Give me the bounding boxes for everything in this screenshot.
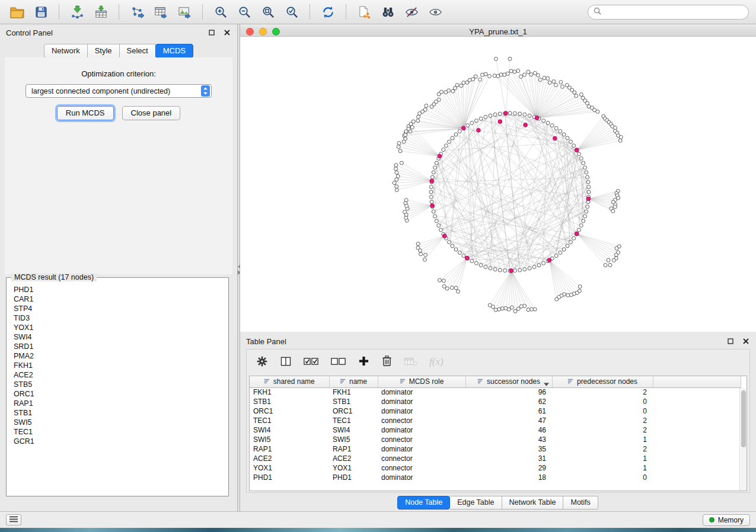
table-row[interactable]: YOX1YOX1connector291 bbox=[250, 463, 741, 473]
network-node[interactable] bbox=[423, 108, 427, 111]
network-node[interactable] bbox=[425, 104, 428, 108]
network-node[interactable] bbox=[429, 190, 433, 194]
table-row[interactable]: ORC1ORC1dominator610 bbox=[250, 406, 741, 416]
network-node[interactable] bbox=[394, 167, 398, 171]
network-node[interactable] bbox=[437, 98, 441, 101]
close-panel-button[interactable]: Close panel bbox=[122, 106, 181, 120]
network-node[interactable] bbox=[536, 73, 540, 77]
criterion-select[interactable]: largest connected component (undirected) bbox=[25, 84, 212, 98]
column-visibility-button[interactable] bbox=[280, 355, 292, 369]
network-node[interactable] bbox=[566, 293, 570, 297]
network-node[interactable] bbox=[430, 200, 433, 204]
network-node[interactable] bbox=[518, 112, 522, 116]
import-network-button[interactable] bbox=[67, 2, 87, 21]
network-node[interactable] bbox=[435, 219, 438, 223]
network-node[interactable] bbox=[586, 175, 589, 179]
network-node[interactable] bbox=[471, 78, 475, 81]
mcds-node[interactable] bbox=[477, 128, 481, 132]
tab-network[interactable]: Network bbox=[44, 44, 88, 58]
network-node[interactable] bbox=[493, 268, 497, 271]
network-node[interactable] bbox=[518, 268, 522, 272]
network-node[interactable] bbox=[395, 185, 398, 188]
network-node[interactable] bbox=[573, 91, 576, 94]
mcds-result-item[interactable]: YOX1 bbox=[14, 323, 228, 332]
network-node[interactable] bbox=[608, 263, 612, 267]
network-node[interactable] bbox=[619, 136, 623, 139]
mcds-node[interactable] bbox=[524, 123, 528, 127]
network-node[interactable] bbox=[582, 161, 585, 165]
mcds-node[interactable] bbox=[509, 269, 513, 273]
network-node[interactable] bbox=[479, 78, 482, 81]
deselect-all-button[interactable] bbox=[331, 356, 346, 368]
mcds-node[interactable] bbox=[535, 116, 539, 120]
network-node[interactable] bbox=[410, 126, 414, 129]
table-row[interactable]: RAP1RAP1dominator352 bbox=[250, 444, 741, 454]
close-table-panel-icon[interactable] bbox=[742, 337, 750, 345]
show-all-button[interactable] bbox=[425, 2, 445, 21]
network-node[interactable] bbox=[559, 130, 562, 133]
mcds-node[interactable] bbox=[465, 256, 469, 260]
network-node[interactable] bbox=[437, 224, 441, 227]
open-session-button[interactable] bbox=[7, 2, 27, 21]
tab-network-table[interactable]: Network Table bbox=[502, 496, 564, 509]
network-node[interactable] bbox=[447, 89, 451, 92]
maximize-window-icon[interactable] bbox=[272, 28, 280, 36]
network-node[interactable] bbox=[583, 214, 587, 218]
network-node[interactable] bbox=[433, 166, 437, 169]
network-node[interactable] bbox=[429, 195, 433, 198]
search-input[interactable] bbox=[605, 8, 743, 16]
network-node[interactable] bbox=[578, 228, 581, 232]
network-node[interactable] bbox=[554, 254, 558, 258]
export-network-button[interactable] bbox=[127, 2, 147, 21]
network-node[interactable] bbox=[404, 137, 407, 140]
network-node[interactable] bbox=[424, 253, 428, 257]
mcds-node[interactable] bbox=[553, 136, 557, 140]
network-node[interactable] bbox=[523, 268, 527, 271]
network-node[interactable] bbox=[587, 185, 591, 189]
mcds-node[interactable] bbox=[442, 234, 446, 238]
float-table-panel-icon[interactable] bbox=[726, 337, 735, 345]
table-scrollbar[interactable] bbox=[739, 388, 747, 491]
network-node[interactable] bbox=[493, 113, 497, 116]
network-node[interactable] bbox=[527, 308, 530, 312]
network-node[interactable] bbox=[484, 265, 487, 269]
network-node[interactable] bbox=[513, 70, 516, 73]
network-node[interactable] bbox=[506, 72, 509, 75]
memory-button[interactable]: Memory bbox=[703, 514, 750, 526]
network-node[interactable] bbox=[614, 253, 618, 257]
export-table-button[interactable] bbox=[151, 2, 171, 21]
network-node[interactable] bbox=[528, 267, 531, 270]
column-header-predecessor-nodes[interactable]: predecessor nodes bbox=[552, 376, 653, 387]
mcds-result-item[interactable]: STB1 bbox=[14, 408, 228, 418]
network-node[interactable] bbox=[458, 251, 461, 255]
mcds-result-item[interactable]: GCR1 bbox=[14, 437, 228, 446]
network-node[interactable] bbox=[513, 309, 517, 313]
network-node[interactable] bbox=[586, 205, 589, 209]
network-node[interactable] bbox=[572, 236, 576, 240]
network-node[interactable] bbox=[530, 307, 534, 311]
network-node[interactable] bbox=[488, 303, 492, 307]
mcds-result-item[interactable]: STP4 bbox=[14, 304, 228, 313]
network-node[interactable] bbox=[404, 198, 408, 202]
network-node[interactable] bbox=[442, 148, 445, 152]
network-node[interactable] bbox=[519, 305, 523, 308]
table-row[interactable]: ACE2ACE2connector311 bbox=[250, 454, 741, 463]
column-header-mcds-role[interactable]: MCDS role bbox=[378, 376, 465, 387]
network-node[interactable] bbox=[440, 90, 444, 94]
mcds-result-item[interactable]: SWI4 bbox=[14, 332, 228, 342]
mcds-node[interactable] bbox=[461, 126, 465, 130]
network-node[interactable] bbox=[454, 286, 458, 290]
zoom-out-button[interactable] bbox=[234, 2, 254, 21]
network-node[interactable] bbox=[613, 205, 617, 209]
network-node[interactable] bbox=[462, 254, 465, 258]
mcds-node[interactable] bbox=[498, 120, 502, 124]
network-node[interactable] bbox=[474, 261, 478, 265]
network-node[interactable] bbox=[448, 241, 451, 244]
network-nodes[interactable] bbox=[393, 57, 623, 313]
mcds-result-item[interactable]: SRD1 bbox=[14, 342, 228, 351]
network-node[interactable] bbox=[612, 258, 615, 262]
network-node[interactable] bbox=[450, 286, 454, 290]
network-node[interactable] bbox=[559, 251, 562, 255]
network-node[interactable] bbox=[484, 116, 487, 119]
network-node[interactable] bbox=[474, 119, 478, 123]
